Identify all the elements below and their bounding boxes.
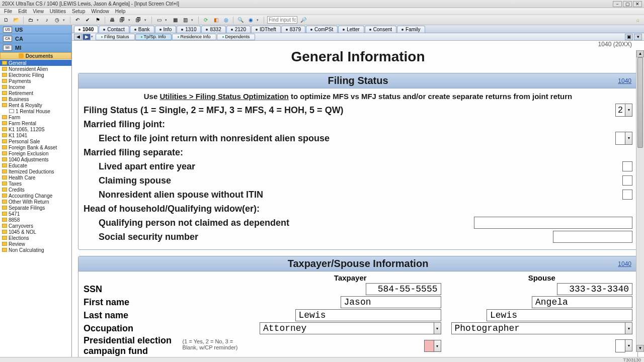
tree-node[interactable]: Separate Filings [0, 205, 71, 211]
hoh-ssn-input[interactable] [553, 231, 632, 243]
sub-tab[interactable]: Dependents [217, 34, 256, 40]
dropdown-icon[interactable]: ▾ [625, 339, 632, 351]
cube-icon[interactable]: ◧ [212, 16, 220, 24]
open-icon[interactable]: 📂 [12, 16, 20, 24]
first-name-taxpayer-input[interactable] [341, 296, 441, 308]
section-link-1040[interactable]: 1040 [618, 77, 631, 84]
vertical-scrollbar[interactable]: ▲ ▼ [636, 50, 644, 352]
dropdown-icon[interactable]: ▾ [625, 104, 632, 117]
occupation-spouse-input[interactable] [451, 322, 626, 334]
menu-view[interactable]: View [33, 9, 44, 14]
tree-node[interactable]: Rent & Royalty [0, 102, 71, 108]
undo-icon[interactable]: ↶ [73, 16, 82, 24]
dropdown-icon[interactable]: ▾ [625, 322, 632, 334]
folder-icon[interactable]: 🗀 [27, 16, 35, 24]
note-icon[interactable]: ♪ [43, 16, 51, 24]
dropdown-icon[interactable]: ▾ [434, 340, 441, 352]
find-input[interactable] [267, 16, 297, 24]
form-tab[interactable]: Contact [99, 26, 129, 33]
tree-node[interactable]: Carryovers [0, 223, 71, 229]
tree-node[interactable]: Health Care [0, 174, 71, 180]
tree-node[interactable]: Retirement [0, 90, 71, 96]
tree-node[interactable]: 1 Rental House [0, 108, 71, 114]
pres-fund-taxpayer-input[interactable] [424, 340, 434, 352]
flag-icon[interactable]: ⚑ [94, 16, 102, 24]
nav-fwd-button[interactable]: ▶ [83, 34, 91, 40]
jurisdiction-us[interactable]: US US [0, 25, 71, 34]
menu-utilities[interactable]: Utilities [50, 9, 66, 14]
documents-header[interactable]: Documents [0, 52, 71, 59]
form-tab[interactable]: Letter [338, 26, 364, 33]
last-name-spouse-input[interactable] [487, 309, 632, 321]
find-go-icon[interactable]: 🔎 [299, 16, 307, 24]
tree-node[interactable]: Personal Sale [0, 138, 71, 144]
form-tab[interactable]: Bank [130, 26, 154, 33]
form-tab[interactable]: ComPSt [306, 26, 338, 33]
tree-node[interactable]: K1 1065, 1120S [0, 126, 71, 132]
sub-tab[interactable]: Filing Status [96, 34, 135, 40]
scroll-up-icon[interactable]: ▲ [636, 50, 644, 57]
form-tab[interactable]: 8379 [281, 26, 305, 33]
sub-tab[interactable]: Tp/Sp. Info [135, 34, 172, 40]
form-tab[interactable]: Info [155, 26, 177, 33]
home-icon[interactable]: ⌂ [634, 16, 642, 24]
form-tab[interactable]: Consent [365, 26, 396, 33]
minimize-button[interactable]: − [613, 1, 622, 7]
tree-node[interactable]: Review [0, 241, 71, 247]
dropdown-icon[interactable]: ▾ [434, 322, 441, 334]
maximize-button[interactable]: ▢ [623, 1, 632, 7]
occupation-taxpayer-input[interactable] [260, 322, 434, 334]
grid-icon[interactable]: ▥ [181, 16, 189, 24]
tree-node[interactable]: K1 1041 [0, 132, 71, 138]
first-name-spouse-input[interactable] [532, 296, 632, 308]
hoh-qp-input[interactable] [474, 217, 632, 229]
group-icon[interactable]: ▦ [171, 16, 179, 24]
form-tab[interactable]: Family [397, 26, 425, 33]
utilities-link[interactable]: Utilities > Filing Status Optimization [159, 92, 288, 101]
form-tab[interactable]: 1310 [177, 26, 201, 33]
form-tab[interactable]: 1040 [74, 26, 98, 33]
tree-node[interactable]: Other With Return [0, 199, 71, 205]
form-tab[interactable]: 8332 [201, 26, 225, 33]
tree-node[interactable]: Electronic Filing [0, 72, 71, 78]
nav-back-button[interactable]: ◀ [74, 34, 82, 40]
jurisdiction-mi[interactable]: MI MI [0, 43, 71, 52]
form-tab[interactable]: 2120 [226, 26, 251, 33]
web-icon[interactable]: ◎ [222, 16, 230, 24]
preview-icon[interactable]: 🗐 [118, 16, 126, 24]
mfs-apart-checkbox[interactable] [622, 161, 632, 171]
jurisdiction-ca[interactable]: CA CA [0, 34, 71, 43]
tree-node[interactable]: Educate [0, 162, 71, 168]
ssn-taxpayer-input[interactable] [366, 283, 441, 295]
form-tab[interactable]: IDTheft [251, 26, 281, 33]
ssn-spouse-input[interactable] [557, 283, 632, 295]
menu-window[interactable]: Window [91, 9, 109, 14]
mfj-elect-input[interactable] [615, 132, 625, 145]
tree-node[interactable]: Credits [0, 187, 71, 193]
tree-node[interactable]: General [0, 60, 71, 66]
tree-node[interactable]: Accounting Change [0, 193, 71, 199]
last-name-taxpayer-input[interactable] [295, 309, 441, 321]
tree-node[interactable]: 5471 [0, 211, 71, 217]
menu-file[interactable]: File [4, 9, 12, 14]
tree-node[interactable]: Payments [0, 78, 71, 84]
options-icon[interactable]: 🗐 [134, 16, 142, 24]
mfs-claiming-checkbox[interactable] [622, 175, 632, 186]
refresh-icon[interactable]: ⟳ [202, 16, 210, 24]
dropdown-icon[interactable]: ▾ [625, 132, 632, 145]
tree-node[interactable]: Taxes [0, 180, 71, 187]
expand-button[interactable]: ▣ [625, 34, 633, 40]
tree-node[interactable]: Non Calculating [0, 247, 71, 253]
scroll-down-icon[interactable]: ▼ [636, 345, 644, 352]
menu-setup[interactable]: Setup [72, 9, 85, 14]
tree-node[interactable]: Farm Rental [0, 120, 71, 126]
menu-edit[interactable]: Edit [18, 9, 27, 14]
print-icon[interactable]: 🖶 [108, 16, 116, 24]
tree-node[interactable]: 8858 [0, 217, 71, 223]
tree-node[interactable]: Nonresident Alien [0, 66, 71, 72]
new-icon[interactable]: 🗋 [2, 16, 10, 24]
tree-node[interactable]: 1045 & NOL [0, 229, 71, 235]
tree-node[interactable]: Business [0, 96, 71, 102]
filing-status-code-input[interactable] [615, 104, 625, 117]
menu-help[interactable]: Help [115, 9, 126, 14]
